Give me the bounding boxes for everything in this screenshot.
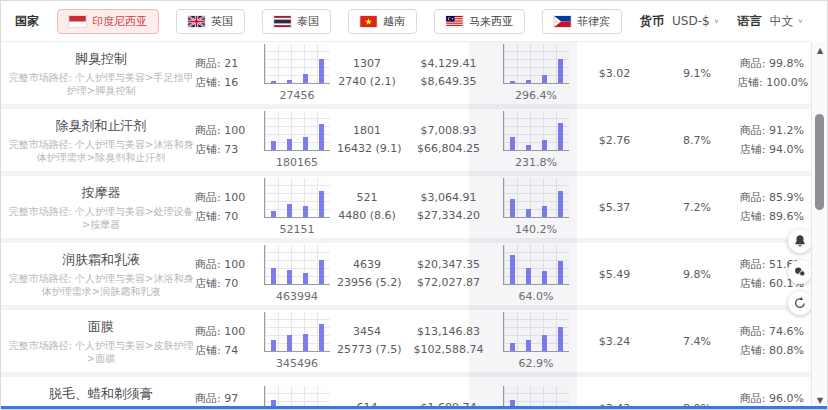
product-count-value: 21 xyxy=(224,57,238,70)
flag-icon xyxy=(69,16,86,27)
country-button-label: 菲律宾 xyxy=(577,14,610,29)
growth-rate-value: 231.8% xyxy=(515,156,557,169)
sales-line2: 2740 (2.1) xyxy=(337,73,397,91)
revenue-cell: $20,347.35 $72,027.87 xyxy=(397,256,500,292)
sales-numbers-cell: 3454 25773 (7.5) xyxy=(337,323,397,359)
notification-bell-icon[interactable] xyxy=(788,229,812,253)
sales-numbers-cell: 1307 2740 (2.1) xyxy=(337,55,397,91)
sales-line1: 1801 xyxy=(337,122,397,140)
product-rate-value: 91.2% xyxy=(769,124,804,137)
counts-cell: 商品: 100 店铺: 70 xyxy=(195,255,257,293)
shop-rate-value: 94.0% xyxy=(769,143,804,156)
rates-cell: 商品: 85.9% 店铺: 89.6% xyxy=(737,188,808,226)
product-rate-value: 74.6% xyxy=(769,325,804,338)
sales-trend-cell: 52151 xyxy=(257,178,337,236)
sales-trend-chart xyxy=(264,111,330,151)
flag-icon xyxy=(274,16,291,27)
category-row[interactable]: 除臭剂和止汗剂 完整市场路径: 个人护理与美容>沐浴和身体护理需求>除臭剂和止汗… xyxy=(1,109,811,171)
counts-cell: 商品: 100 店铺: 70 xyxy=(195,188,257,226)
growth-trend-chart xyxy=(503,178,569,218)
shop-rate-value: 100.0% xyxy=(766,76,808,89)
scrollbar-thumb[interactable] xyxy=(815,114,824,210)
product-count-value: 100 xyxy=(224,325,245,338)
country-button-label: 泰国 xyxy=(297,14,319,29)
revenue-line2: $102,588.74 xyxy=(397,341,500,359)
sales-trend-cell: 345496 xyxy=(257,312,337,370)
category-cell: 面膜 完整市场路径: 个人护理与美容>皮肤护理>面膜 xyxy=(1,318,195,365)
product-count-label: 商品: xyxy=(195,392,221,405)
product-rate-label: 商品: xyxy=(740,325,766,338)
scroll-up-arrow[interactable]: ▲ xyxy=(812,42,828,58)
vertical-scrollbar[interactable]: ▲ ▼ xyxy=(811,42,827,408)
category-title[interactable]: 按摩器 xyxy=(7,184,195,202)
currency-value: USD-$ xyxy=(672,14,710,28)
product-count-label: 商品: xyxy=(195,124,221,137)
category-title[interactable]: 脱毛、蜡和剃须膏 xyxy=(7,385,195,403)
counts-cell: 商品: 100 店铺: 73 xyxy=(195,121,257,159)
country-button-thailand[interactable]: 泰国 xyxy=(262,9,331,34)
growth-trend-cell: 296.4% xyxy=(500,44,572,102)
currency-label: 货币 xyxy=(640,13,664,30)
filter-bar: 国家 印度尼西亚 英国 泰国 越南 马来西亚 菲律宾 货币 USD-$ ∨ 语言 xyxy=(1,1,811,42)
country-button-label: 越南 xyxy=(383,14,405,29)
country-button-philippines[interactable]: 菲律宾 xyxy=(542,9,622,34)
avg-price-cell: $3.24 xyxy=(572,335,657,348)
country-button-malaysia[interactable]: 马来西亚 xyxy=(434,9,525,34)
product-count-label: 商品: xyxy=(195,325,221,338)
growth-trend-chart xyxy=(503,245,569,285)
country-button-label: 印度尼西亚 xyxy=(92,14,147,29)
country-button-label: 马来西亚 xyxy=(469,14,513,29)
language-dropdown[interactable]: 中文 ∨ xyxy=(769,13,803,30)
product-rate-value: 96.0% xyxy=(769,392,804,405)
sales-line2: 4480 (8.6) xyxy=(337,207,397,225)
category-row[interactable]: 面膜 完整市场路径: 个人护理与美容>皮肤护理>面膜 商品: 100 店铺: 7… xyxy=(1,310,811,372)
percentage-cell: 7.4% xyxy=(657,335,737,348)
category-title[interactable]: 脚臭控制 xyxy=(7,50,195,68)
refresh-icon[interactable] xyxy=(788,291,812,315)
category-cell: 除臭剂和止汗剂 完整市场路径: 个人护理与美容>沐浴和身体护理需求>除臭剂和止汗… xyxy=(1,117,195,164)
product-count-label: 商品: xyxy=(195,57,221,70)
category-path: 完整市场路径: 个人护理与美容>处理设备>按摩器 xyxy=(7,205,195,231)
sales-trend-chart xyxy=(264,312,330,352)
category-row[interactable]: 润肤霜和乳液 完整市场路径: 个人护理与美容>沐浴和身体护理需求>润肤霜和乳液 … xyxy=(1,243,811,305)
sales-trend-value: 52151 xyxy=(280,223,315,236)
category-title[interactable]: 面膜 xyxy=(7,318,195,336)
currency-dropdown[interactable]: USD-$ ∨ xyxy=(672,14,719,28)
avg-price-cell: $3.02 xyxy=(572,67,657,80)
country-button-vietnam[interactable]: 越南 xyxy=(348,9,417,34)
category-title[interactable]: 除臭剂和止汗剂 xyxy=(7,117,195,135)
category-row[interactable]: 按摩器 完整市场路径: 个人护理与美容>处理设备>按摩器 商品: 100 店铺:… xyxy=(1,176,811,238)
country-button-uk[interactable]: 英国 xyxy=(176,9,245,34)
shop-count-value: 74 xyxy=(224,344,238,357)
avg-price-cell: $5.49 xyxy=(572,268,657,281)
category-title[interactable]: 润肤霜和乳液 xyxy=(7,251,195,269)
category-cell: 按摩器 完整市场路径: 个人护理与美容>处理设备>按摩器 xyxy=(1,184,195,231)
chat-icon[interactable] xyxy=(788,260,812,284)
flag-icon xyxy=(188,16,205,27)
revenue-line2: $8,649.35 xyxy=(397,73,500,91)
shop-rate-label: 店铺: xyxy=(737,76,763,89)
revenue-cell: $3,064.91 $27,334.20 xyxy=(397,189,500,225)
sales-trend-value: 180165 xyxy=(276,156,318,169)
category-row[interactable]: 脚臭控制 完整市场路径: 个人护理与美容>手足指甲护理>脚臭控制 商品: 21 … xyxy=(1,42,811,104)
sales-trend-chart xyxy=(264,44,330,84)
category-path: 完整市场路径: 个人护理与美容>沐浴和身体护理需求>除臭剂和止汗剂 xyxy=(7,138,195,164)
counts-cell: 商品: 21 店铺: 16 xyxy=(195,54,257,92)
percentage-cell: 7.2% xyxy=(657,201,737,214)
country-button-indonesia[interactable]: 印度尼西亚 xyxy=(57,9,159,34)
sales-numbers-cell: 4639 23956 (5.2) xyxy=(337,256,397,292)
category-path: 完整市场路径: 个人护理与美容>沐浴和身体护理需求>润肤霜和乳液 xyxy=(7,272,195,298)
language-value: 中文 xyxy=(769,13,793,30)
shop-rate-label: 店铺: xyxy=(740,143,766,156)
sales-line1: 1307 xyxy=(337,55,397,73)
revenue-cell: $4,129.41 $8,649.35 xyxy=(397,55,500,91)
window-bottom-edge xyxy=(1,406,828,409)
flag-icon xyxy=(554,16,571,27)
revenue-cell: $7,008.93 $66,804.25 xyxy=(397,122,500,158)
growth-trend-chart xyxy=(503,44,569,84)
category-cell: 脚臭控制 完整市场路径: 个人护理与美容>手足指甲护理>脚臭控制 xyxy=(1,50,195,97)
country-button-label: 英国 xyxy=(211,14,233,29)
country-label: 国家 xyxy=(15,13,39,30)
sales-trend-chart xyxy=(264,178,330,218)
revenue-line1: $7,008.93 xyxy=(397,122,500,140)
